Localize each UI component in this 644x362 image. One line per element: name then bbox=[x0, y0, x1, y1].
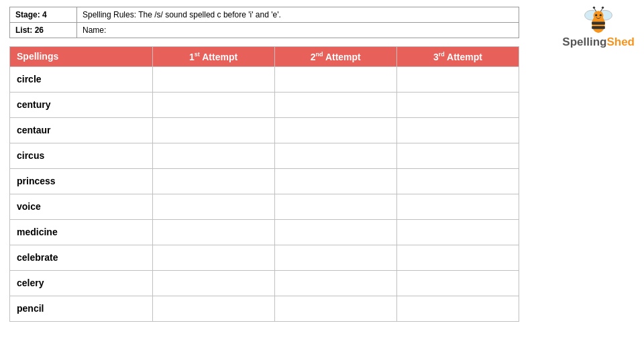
svg-point-6 bbox=[595, 14, 597, 16]
table-row: celery bbox=[10, 270, 519, 296]
word-cell: pencil bbox=[10, 296, 153, 321]
word-cell: celery bbox=[10, 270, 153, 296]
logo-spelling: Spelling bbox=[562, 36, 606, 49]
word-cell: princess bbox=[10, 168, 153, 194]
table-header-row: Spellings 1st Attempt 2nd Attempt 3rd At… bbox=[10, 47, 519, 67]
attempt-1-cell bbox=[152, 245, 274, 270]
attempt-1-cell bbox=[152, 117, 274, 143]
rules-text: The /s/ sound spelled c before 'i' and '… bbox=[138, 10, 281, 19]
attempt-1-cell bbox=[152, 66, 274, 92]
rules-value: Spelling Rules: The /s/ sound spelled c … bbox=[77, 7, 519, 22]
rules-label: Spelling Rules: bbox=[83, 10, 136, 19]
col-header-3rd: 3rd Attempt bbox=[396, 47, 519, 67]
col-header-2nd: 2nd Attempt bbox=[274, 47, 396, 67]
attempt-2-cell bbox=[274, 143, 396, 168]
logo-area: Spelling Shed bbox=[521, 5, 635, 49]
attempt-1-cell bbox=[152, 92, 274, 117]
header-row-list: List: 26 Name: bbox=[10, 23, 519, 38]
attempt-2-cell bbox=[274, 194, 396, 219]
table-row: voice bbox=[10, 194, 519, 219]
header-info: Stage: 4 Spelling Rules: The /s/ sound s… bbox=[9, 7, 519, 38]
attempt-2-cell bbox=[274, 117, 396, 143]
header-row-stage: Stage: 4 Spelling Rules: The /s/ sound s… bbox=[10, 7, 519, 23]
word-cell: voice bbox=[10, 194, 153, 219]
attempt-1-cell bbox=[152, 168, 274, 194]
attempt-1-cell bbox=[152, 219, 274, 245]
attempt-3-cell bbox=[396, 270, 519, 296]
bee-icon bbox=[582, 5, 615, 36]
table-row: princess bbox=[10, 168, 519, 194]
attempt-3-cell bbox=[396, 66, 519, 92]
attempt-2-cell bbox=[274, 92, 396, 117]
svg-rect-3 bbox=[592, 22, 605, 25]
word-cell: medicine bbox=[10, 219, 153, 245]
spelling-table: Spellings 1st Attempt 2nd Attempt 3rd At… bbox=[9, 46, 519, 322]
svg-point-9 bbox=[593, 7, 595, 9]
word-cell: celebrate bbox=[10, 245, 153, 270]
stage-label: Stage: 4 bbox=[10, 7, 77, 22]
table-row: centaur bbox=[10, 117, 519, 143]
word-cell: circus bbox=[10, 143, 153, 168]
table-row: century bbox=[10, 92, 519, 117]
name-label: Name: bbox=[77, 23, 519, 38]
word-cell: circle bbox=[10, 66, 153, 92]
attempt-2-cell bbox=[274, 168, 396, 194]
attempt-1-cell bbox=[152, 143, 274, 168]
attempt-3-cell bbox=[396, 117, 519, 143]
attempt-2-cell bbox=[274, 245, 396, 270]
svg-rect-4 bbox=[592, 26, 605, 29]
page-wrapper: Stage: 4 Spelling Rules: The /s/ sound s… bbox=[0, 0, 644, 362]
attempt-2-cell bbox=[274, 296, 396, 321]
attempt-1-cell bbox=[152, 270, 274, 296]
attempt-3-cell bbox=[396, 92, 519, 117]
list-label: List: 26 bbox=[10, 23, 77, 38]
word-cell: centaur bbox=[10, 117, 153, 143]
table-row: circle bbox=[10, 66, 519, 92]
attempt-1-cell bbox=[152, 194, 274, 219]
word-cell: century bbox=[10, 92, 153, 117]
attempt-3-cell bbox=[396, 143, 519, 168]
attempt-2-cell bbox=[274, 219, 396, 245]
logo-shed: Shed bbox=[606, 36, 635, 49]
svg-point-5 bbox=[594, 11, 604, 21]
table-row: circus bbox=[10, 143, 519, 168]
attempt-2-cell bbox=[274, 270, 396, 296]
table-row: pencil bbox=[10, 296, 519, 321]
svg-point-11 bbox=[602, 7, 604, 9]
col-header-1st: 1st Attempt bbox=[152, 47, 274, 67]
attempt-3-cell bbox=[396, 168, 519, 194]
attempt-3-cell bbox=[396, 245, 519, 270]
logo-text: Spelling Shed bbox=[562, 36, 635, 49]
spelling-shed-logo: Spelling Shed bbox=[562, 5, 635, 49]
col-header-spellings: Spellings bbox=[10, 47, 153, 67]
svg-point-7 bbox=[600, 14, 602, 16]
attempt-3-cell bbox=[396, 296, 519, 321]
attempt-3-cell bbox=[396, 194, 519, 219]
attempt-3-cell bbox=[396, 219, 519, 245]
attempt-1-cell bbox=[152, 296, 274, 321]
table-row: celebrate bbox=[10, 245, 519, 270]
attempt-2-cell bbox=[274, 66, 396, 92]
table-row: medicine bbox=[10, 219, 519, 245]
